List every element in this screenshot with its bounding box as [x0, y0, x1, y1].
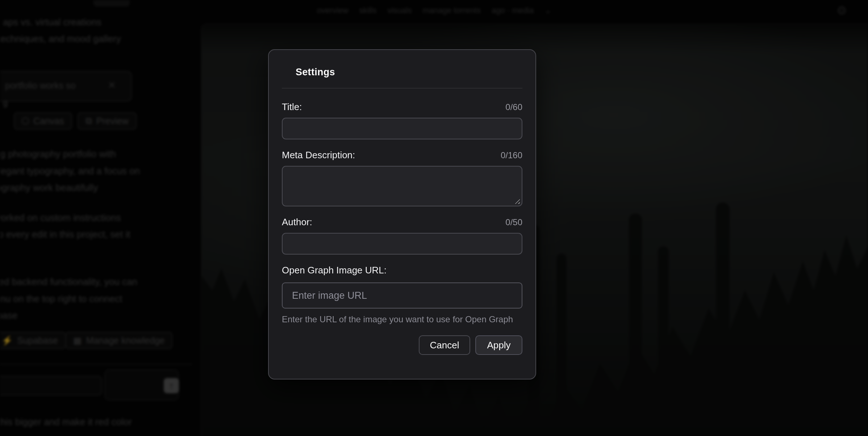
og-image-helper-text: Enter the URL of the image you want to u… [282, 314, 522, 324]
settings-dialog: Settings Title: 0/60 Meta Description: 0… [268, 49, 536, 380]
cancel-button[interactable]: Cancel [419, 335, 470, 355]
author-counter: 0/50 [505, 217, 522, 227]
og-image-url-input[interactable] [282, 282, 522, 309]
author-input[interactable] [282, 233, 522, 255]
meta-description-counter: 0/160 [501, 150, 522, 160]
title-counter: 0/60 [505, 102, 522, 112]
dialog-divider [282, 88, 522, 88]
meta-description-textarea[interactable] [282, 166, 522, 206]
apply-button[interactable]: Apply [475, 335, 522, 355]
og-image-label: Open Graph Image URL: [282, 265, 387, 276]
title-label: Title: [282, 101, 302, 113]
meta-description-label: Meta Description: [282, 150, 355, 161]
dialog-title: Settings [296, 67, 522, 78]
author-label: Author: [282, 217, 312, 228]
title-input[interactable] [282, 118, 522, 139]
